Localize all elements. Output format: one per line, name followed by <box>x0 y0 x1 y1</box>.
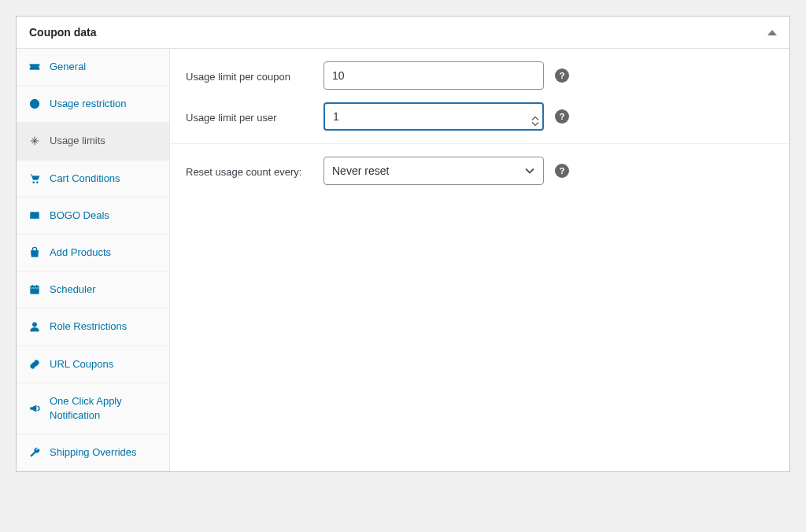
help-icon[interactable]: ? <box>555 164 569 178</box>
bag-icon <box>28 246 42 259</box>
sidebar-item-label: Usage limits <box>50 134 158 148</box>
sidebar-item-url-coupons[interactable]: URL Coupons <box>17 346 169 383</box>
sidebar-item-label: Cart Conditions <box>50 172 158 186</box>
svg-point-6 <box>33 181 35 183</box>
select-reset-usage-value: Never reset <box>332 164 389 177</box>
panel-title: Coupon data <box>29 26 97 39</box>
sidebar-item-add-products[interactable]: Add Products <box>17 235 169 272</box>
sidebar-item-bogo-deals[interactable]: BOGO Deals <box>17 198 169 235</box>
select-reset-usage[interactable]: Never reset <box>324 157 544 185</box>
help-icon[interactable]: ? <box>555 109 569 124</box>
link-icon <box>28 358 42 371</box>
help-icon[interactable]: ? <box>555 68 569 83</box>
sidebar-item-usage-restriction[interactable]: Usage restriction <box>17 86 169 123</box>
label-reset-usage: Reset usage count every: <box>186 164 324 178</box>
svg-rect-8 <box>31 286 39 294</box>
sidebar-item-label: URL Coupons <box>50 357 158 371</box>
sidebar: General Usage restriction Usage limits C… <box>17 49 170 471</box>
calendar-icon <box>28 283 42 296</box>
svg-point-12 <box>32 323 36 327</box>
coupon-data-panel: Coupon data General Usage restriction <box>16 16 790 472</box>
sidebar-item-label: Scheduler <box>50 283 158 297</box>
sidebar-item-label: Add Products <box>50 246 158 260</box>
panel-header[interactable]: Coupon data <box>17 17 789 49</box>
input-usage-limit-per-user[interactable] <box>324 102 544 131</box>
sidebar-item-role-restrictions[interactable]: Role Restrictions <box>17 308 169 345</box>
label-usage-limit-per-user: Usage limit per user <box>186 110 324 124</box>
sidebar-item-cart-conditions[interactable]: Cart Conditions <box>17 161 169 198</box>
sidebar-item-label: Usage restriction <box>50 97 158 111</box>
limits-icon <box>28 135 42 147</box>
sidebar-item-label: One Click Apply Notification <box>50 394 158 423</box>
sidebar-item-general[interactable]: General <box>17 49 169 86</box>
collapse-up-icon[interactable] <box>767 30 777 35</box>
cart-icon <box>28 172 42 185</box>
book-icon <box>28 209 42 222</box>
user-icon <box>28 320 42 333</box>
sidebar-item-label: Shipping Overrides <box>50 445 158 460</box>
input-usage-limit-per-coupon[interactable] <box>324 61 544 90</box>
label-usage-limit-per-coupon: Usage limit per coupon <box>186 69 324 83</box>
sidebar-item-usage-limits[interactable]: Usage limits <box>17 123 169 160</box>
sidebar-item-shipping-overrides[interactable]: Shipping Overrides <box>17 434 169 471</box>
wrench-icon <box>28 446 42 459</box>
svg-point-7 <box>36 181 38 183</box>
megaphone-icon <box>28 402 42 415</box>
sidebar-item-one-click-apply[interactable]: One Click Apply Notification <box>17 383 169 434</box>
panel-body: General Usage restriction Usage limits C… <box>17 49 789 471</box>
row-usage-limit-per-user: Usage limit per user ? <box>170 96 789 144</box>
sidebar-item-label: Role Restrictions <box>50 320 158 334</box>
sidebar-item-label: BOGO Deals <box>50 209 158 223</box>
sidebar-item-scheduler[interactable]: Scheduler <box>17 272 169 308</box>
sidebar-item-label: General <box>50 60 158 74</box>
row-usage-limit-per-coupon: Usage limit per coupon ? <box>170 49 789 96</box>
content-area: Usage limit per coupon ? Usage limit per… <box>170 49 789 471</box>
row-reset-usage: Reset usage count every: Never reset ? <box>170 144 789 198</box>
ban-icon <box>28 98 42 110</box>
ticket-icon <box>28 61 42 73</box>
